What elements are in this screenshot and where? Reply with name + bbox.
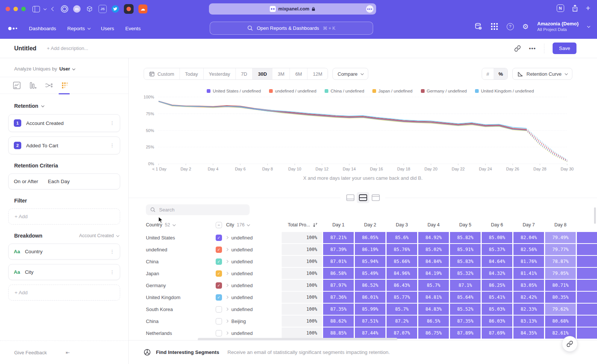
retention-value-cell[interactable]: 80.35% <box>545 292 576 303</box>
legend-item[interactable]: Japan / undefined <box>372 89 412 93</box>
retention-value-cell[interactable]: 88.85% <box>323 327 354 339</box>
retention-value-cell[interactable]: 85.77% <box>387 292 417 303</box>
kebab-menu-icon[interactable]: ⋮ <box>110 250 115 254</box>
retention-value-cell[interactable]: 85.66% <box>387 256 417 267</box>
apps-grid-icon[interactable] <box>491 23 498 30</box>
day-column-header[interactable]: Day 2 <box>355 222 385 228</box>
day-column-header[interactable]: Day 3 <box>387 222 417 228</box>
expand-row-icon[interactable] <box>225 284 228 287</box>
retention-value-cell[interactable]: 86.19% <box>355 244 385 255</box>
extension-js-icon[interactable]: JS <box>99 5 107 13</box>
expand-row-icon[interactable] <box>225 272 228 275</box>
nav-item-users[interactable]: Users <box>101 26 114 31</box>
retention-value-cell[interactable]: 84.19% <box>418 268 449 279</box>
retention-value-cell[interactable]: 81.76% <box>513 256 544 267</box>
retention-value-cell[interactable]: 85.7% <box>418 280 449 291</box>
day-column-header[interactable]: Day 7 <box>513 222 544 228</box>
retention-value-cell[interactable]: 87.21% <box>323 232 354 243</box>
retention-value-cell[interactable]: 85.03% <box>482 304 512 315</box>
day-column-header[interactable]: Day 4 <box>418 222 449 228</box>
project-switcher[interactable]: Amazonia {Demo} All Project Data <box>537 21 579 32</box>
browser-sidebar-icon[interactable] <box>32 6 40 12</box>
retention-value-cell[interactable]: 82.56% <box>513 244 544 255</box>
more-actions-icon[interactable]: ••• <box>529 45 536 51</box>
retention-value-cell[interactable]: 87.07% <box>387 327 417 339</box>
breakdown-card[interactable]: AaCity⋮ <box>8 264 120 280</box>
expand-row-icon[interactable] <box>225 332 228 335</box>
share-icon[interactable] <box>572 4 578 12</box>
retention-step-card[interactable]: 2Added To Cart⋮ <box>8 136 120 154</box>
add-filter-button[interactable]: + Add <box>8 208 120 225</box>
share-link-button[interactable] <box>562 336 578 352</box>
retention-value-cell[interactable]: 83.05% <box>513 280 544 291</box>
row-checkbox[interactable] <box>216 330 222 336</box>
day-column-header[interactable]: Day 5 <box>450 222 481 228</box>
extension-ring-icon[interactable] <box>61 5 68 13</box>
chart-only-view-icon[interactable] <box>344 192 357 203</box>
retention-value-cell[interactable]: 85.91% <box>450 244 481 255</box>
retention-curve-chart[interactable]: 100%75%50%25%0%< 1 DayDay 2Day 4Day 6Day… <box>129 94 597 174</box>
extension-cloud-icon[interactable]: ☁ <box>138 4 147 13</box>
retention-value-cell[interactable]: 86.01% <box>355 292 385 303</box>
retention-value-cell[interactable]: 85.6% <box>387 232 417 243</box>
retention-value-cell[interactable]: 84.96% <box>387 268 417 279</box>
help-icon[interactable]: ? <box>507 23 514 30</box>
extension-cube-icon[interactable] <box>85 5 94 13</box>
collapse-sidebar-icon[interactable]: ⇤ <box>66 350 117 355</box>
retention-value-cell[interactable]: 82.04% <box>513 232 544 243</box>
extension-m-icon[interactable]: m <box>73 5 81 13</box>
add-description-field[interactable]: + Add description... <box>47 46 88 51</box>
settings-gear-icon[interactable]: ⚙ <box>522 23 529 30</box>
row-checkbox[interactable]: ✓ <box>216 247 222 253</box>
copy-link-icon[interactable] <box>514 45 521 52</box>
vertical-scrollbar[interactable] <box>594 207 596 224</box>
address-bar[interactable]: mixpanel.com ••• <box>209 3 376 15</box>
tab-funnels[interactable] <box>28 81 37 90</box>
retention-value-cell[interactable]: 87.69% <box>482 327 512 339</box>
retention-value-cell[interactable]: 85.76% <box>387 244 417 255</box>
criteria-interval[interactable]: Each Day <box>48 179 70 184</box>
retention-value-cell[interactable]: 87.51% <box>355 316 385 327</box>
nav-item-dashboards[interactable]: Dashboards <box>29 26 56 31</box>
retention-value-cell[interactable]: 85.52% <box>450 304 481 315</box>
row-checkbox[interactable]: ✓ <box>216 258 222 265</box>
table-search-input[interactable] <box>159 207 245 213</box>
date-range-30d[interactable]: 30D <box>252 68 272 79</box>
breakdown-scope-selector[interactable]: Account Created <box>79 233 119 238</box>
retention-value-cell[interactable]: 87.35% <box>323 304 354 315</box>
table-search[interactable] <box>146 204 250 215</box>
expand-row-icon[interactable] <box>225 236 228 239</box>
legend-item[interactable]: China / undefined <box>325 89 364 93</box>
retention-value-cell[interactable]: 87.39% <box>323 244 354 255</box>
retention-value-cell[interactable]: 84.64% <box>482 256 512 267</box>
retention-value-cell[interactable]: 82.42% <box>513 292 544 303</box>
expand-row-icon[interactable] <box>225 320 228 323</box>
date-range-3m[interactable]: 3M <box>272 68 290 79</box>
retention-value-cell[interactable]: 85.99% <box>355 304 385 315</box>
tab-flows[interactable] <box>44 81 53 90</box>
retention-value-cell[interactable]: 85.82% <box>450 232 481 243</box>
retention-value-cell[interactable]: 82.33% <box>513 304 544 315</box>
expand-row-icon[interactable] <box>225 260 228 263</box>
page-actions-icon[interactable]: ••• <box>366 5 373 13</box>
retention-value-cell[interactable]: 80.71% <box>545 280 576 291</box>
chart-type-selector[interactable]: Retention Curve <box>512 68 572 80</box>
retention-value-cell[interactable]: 85.37% <box>482 244 512 255</box>
save-button[interactable]: Save <box>553 43 576 54</box>
retention-value-cell[interactable]: 87.36% <box>323 292 354 303</box>
retention-value-cell[interactable]: 86.43% <box>387 280 417 291</box>
city-column-header[interactable]: – City 176 <box>216 222 281 228</box>
date-range-7d[interactable]: 7D <box>235 68 253 79</box>
retention-value-cell[interactable]: 79.49% <box>545 232 576 243</box>
select-all-checkbox[interactable]: – <box>216 222 222 228</box>
extension-bird-icon[interactable] <box>112 5 119 13</box>
retention-value-cell[interactable]: 87.89% <box>450 327 481 339</box>
retention-value-cell[interactable]: 84.84% <box>418 256 449 267</box>
expand-row-icon[interactable] <box>225 296 228 299</box>
tab-insights[interactable] <box>12 81 21 90</box>
retention-value-cell[interactable]: 84.32% <box>482 268 512 279</box>
retention-step-card[interactable]: 1Account Created⋮ <box>8 114 120 132</box>
retention-value-cell[interactable]: 84.35% <box>513 327 544 339</box>
retention-value-cell[interactable]: 87.44% <box>355 327 385 339</box>
retention-value-cell[interactable]: 86.03% <box>482 316 512 327</box>
